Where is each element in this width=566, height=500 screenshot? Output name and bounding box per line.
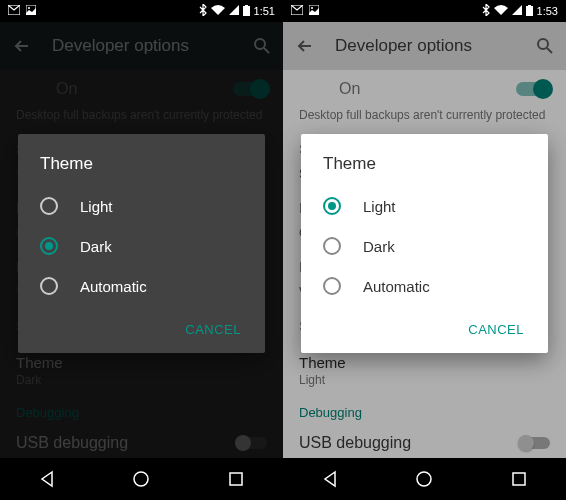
gmail-icon bbox=[291, 5, 303, 17]
theme-dialog: Theme Light Dark Automatic CANCEL bbox=[18, 134, 265, 353]
svg-rect-3 bbox=[243, 6, 250, 16]
nav-back-icon[interactable] bbox=[17, 458, 77, 500]
wifi-icon bbox=[494, 5, 508, 17]
status-time: 1:51 bbox=[254, 5, 275, 17]
phone-light: 1:53 Developer options On Desktop full b… bbox=[283, 0, 566, 500]
nav-bar bbox=[0, 458, 283, 500]
radio-icon bbox=[40, 277, 58, 295]
svg-rect-4 bbox=[245, 5, 248, 6]
nav-recent-icon[interactable] bbox=[489, 458, 549, 500]
svg-point-14 bbox=[417, 472, 431, 486]
image-icon bbox=[309, 5, 319, 17]
theme-option-automatic[interactable]: Automatic bbox=[18, 266, 265, 306]
status-bar: 1:51 bbox=[0, 0, 283, 22]
radio-icon bbox=[323, 237, 341, 255]
nav-recent-icon[interactable] bbox=[206, 458, 266, 500]
radio-icon bbox=[40, 237, 58, 255]
nav-home-icon[interactable] bbox=[394, 458, 454, 500]
svg-rect-11 bbox=[526, 6, 533, 16]
signal-icon bbox=[512, 5, 522, 17]
bluetooth-icon bbox=[482, 4, 490, 18]
cancel-button[interactable]: CANCEL bbox=[456, 314, 536, 345]
signal-icon bbox=[229, 5, 239, 17]
theme-option-light[interactable]: Light bbox=[18, 186, 265, 226]
svg-rect-15 bbox=[513, 473, 525, 485]
svg-rect-7 bbox=[230, 473, 242, 485]
radio-icon bbox=[323, 277, 341, 295]
nav-home-icon[interactable] bbox=[111, 458, 171, 500]
radio-label: Dark bbox=[363, 238, 395, 255]
nav-bar bbox=[283, 458, 566, 500]
theme-option-dark[interactable]: Dark bbox=[18, 226, 265, 266]
dialog-title: Theme bbox=[301, 154, 548, 186]
phone-dark: 1:51 Developer options On Desktop full b… bbox=[0, 0, 283, 500]
battery-icon bbox=[526, 5, 533, 18]
theme-option-automatic[interactable]: Automatic bbox=[301, 266, 548, 306]
wifi-icon bbox=[211, 5, 225, 17]
theme-option-dark[interactable]: Dark bbox=[301, 226, 548, 266]
dialog-title: Theme bbox=[18, 154, 265, 186]
svg-rect-12 bbox=[528, 5, 531, 6]
gmail-icon bbox=[8, 5, 20, 17]
status-bar: 1:53 bbox=[283, 0, 566, 22]
bluetooth-icon bbox=[199, 4, 207, 18]
theme-dialog: Theme Light Dark Automatic CANCEL bbox=[301, 134, 548, 353]
radio-label: Automatic bbox=[80, 278, 147, 295]
svg-point-10 bbox=[311, 7, 313, 9]
image-icon bbox=[26, 5, 36, 17]
svg-point-6 bbox=[134, 472, 148, 486]
nav-back-icon[interactable] bbox=[300, 458, 360, 500]
radio-label: Light bbox=[80, 198, 113, 215]
radio-label: Automatic bbox=[363, 278, 430, 295]
theme-option-light[interactable]: Light bbox=[301, 186, 548, 226]
status-time: 1:53 bbox=[537, 5, 558, 17]
radio-icon bbox=[323, 197, 341, 215]
svg-point-2 bbox=[28, 7, 30, 9]
battery-icon bbox=[243, 5, 250, 18]
radio-label: Light bbox=[363, 198, 396, 215]
radio-label: Dark bbox=[80, 238, 112, 255]
cancel-button[interactable]: CANCEL bbox=[173, 314, 253, 345]
radio-icon bbox=[40, 197, 58, 215]
